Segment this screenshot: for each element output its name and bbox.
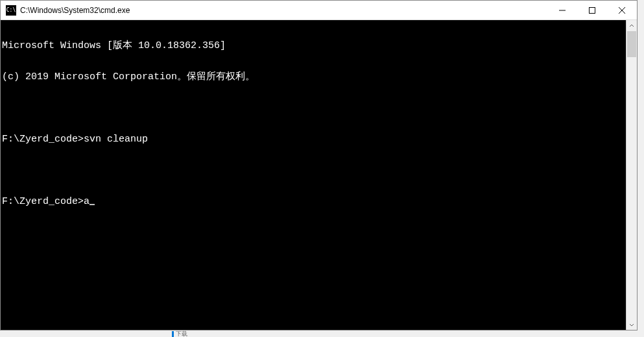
taskbar-label: 下载 [176,330,187,338]
scroll-down-button[interactable] [626,319,637,330]
terminal-line [2,103,626,114]
titlebar[interactable]: C:\ C:\Windows\System32\cmd.exe [1,1,637,20]
terminal-line: F:\Zyerd_code>svn cleanup [2,134,626,145]
scroll-up-button[interactable] [626,20,637,31]
scroll-track[interactable] [626,31,637,319]
maximize-icon [589,7,595,14]
terminal-line: Microsoft Windows [版本 10.0.18362.356] [2,41,626,51]
chevron-up-icon [629,23,634,29]
terminal-prompt-line: F:\Zyerd_code>a [2,197,626,207]
terminal-output[interactable]: Microsoft Windows [版本 10.0.18362.356] (c… [1,20,626,330]
taskbar-fragment: 下载 [172,331,198,337]
terminal-area: Microsoft Windows [版本 10.0.18362.356] (c… [1,20,637,330]
cmd-window: C:\ C:\Windows\System32\cmd.exe Microsof… [0,0,638,331]
terminal-prompt-text: F:\Zyerd_code>a [2,196,89,207]
taskbar-indicator [172,331,174,337]
close-icon [619,7,625,14]
scroll-thumb[interactable] [627,31,636,57]
vertical-scrollbar[interactable] [626,20,637,330]
terminal-line: (c) 2019 Microsoft Corporation。保留所有权利。 [2,72,626,82]
cmd-icon: C:\ [6,5,16,16]
minimize-icon [559,7,566,14]
close-button[interactable] [607,1,637,19]
terminal-cursor [89,204,95,205]
svg-rect-1 [590,7,595,13]
minimize-button[interactable] [547,1,577,19]
terminal-line [2,166,626,176]
chevron-down-icon [629,322,634,327]
window-title: C:\Windows\System32\cmd.exe [20,6,547,15]
maximize-button[interactable] [577,1,607,19]
window-controls [547,1,637,19]
